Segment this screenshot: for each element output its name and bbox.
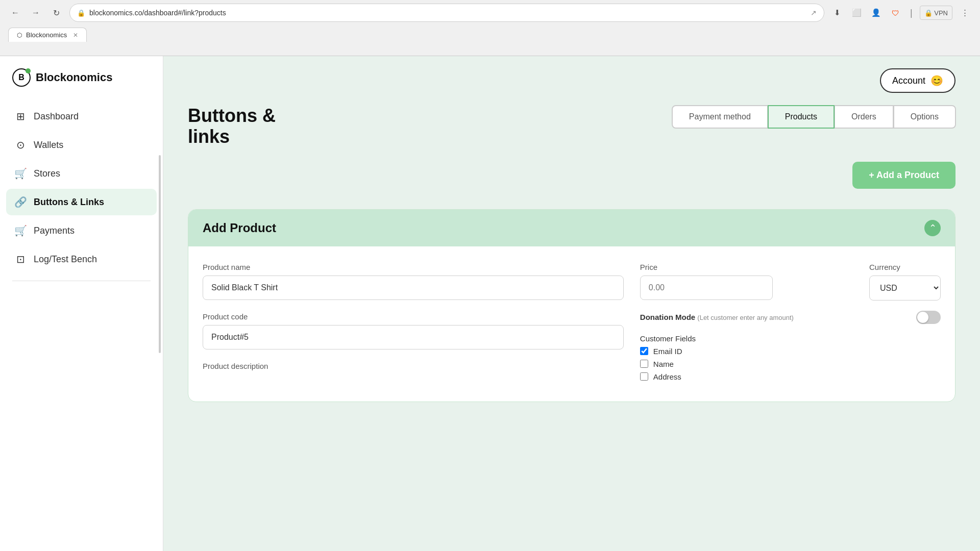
product-description-label: Product description xyxy=(203,362,624,370)
brave-icon[interactable]: 🛡 xyxy=(889,6,903,20)
donation-mode-label: Donation Mode (Let customer enter any am… xyxy=(640,313,794,321)
sidebar-divider xyxy=(12,281,151,281)
form-left-column: Product name Product code Product descri… xyxy=(203,263,624,385)
sidebar-scrollbar[interactable] xyxy=(159,155,161,353)
tab-options[interactable]: Options xyxy=(893,105,956,129)
tab-orders[interactable]: Orders xyxy=(834,105,894,129)
main-content: Account 😊 Buttons &links Payment method … xyxy=(163,56,980,551)
stores-icon: 🛒 xyxy=(14,167,27,180)
page-content: Buttons &links Payment method Products O… xyxy=(163,105,980,551)
payments-icon: 🛒 xyxy=(14,224,27,237)
app-container: B Blockonomics ⊞ Dashboard ⊙ Wallets 🛒 S… xyxy=(0,56,980,551)
sidebar: B Blockonomics ⊞ Dashboard ⊙ Wallets 🛒 S… xyxy=(0,56,163,551)
sidebar-item-label: Buttons & Links xyxy=(34,197,104,208)
tab-products[interactable]: Products xyxy=(768,105,835,129)
sidebar-logo-text: Blockonomics xyxy=(36,71,112,84)
toggle-knob xyxy=(917,312,928,323)
donation-mode-label-group: Donation Mode (Let customer enter any am… xyxy=(640,313,794,322)
logo-letter: B xyxy=(18,73,24,82)
add-product-header: Add Product ⌃ xyxy=(188,210,955,246)
sidebar-logo: B Blockonomics xyxy=(0,68,163,103)
currency-group: Currency USD EUR GBP BTC xyxy=(869,263,941,300)
account-icon: 😊 xyxy=(930,74,943,87)
tab-title: Blockonomics xyxy=(26,31,67,39)
tab-label: Payment method xyxy=(689,112,751,121)
form-right-column: Price Currency USD EUR GBP BTC xyxy=(640,263,941,385)
sidebar-item-wallets[interactable]: ⊙ Wallets xyxy=(6,132,157,158)
sidebar-item-log-test-bench[interactable]: ⊡ Log/Test Bench xyxy=(6,246,157,272)
sidebar-item-label: Stores xyxy=(34,168,60,179)
url-text: blockonomics.co/dashboard#/link?products xyxy=(89,9,226,17)
chevron-up-icon: ⌃ xyxy=(929,222,937,234)
page-title: Buttons &links xyxy=(188,105,276,147)
currency-select[interactable]: USD EUR GBP BTC xyxy=(869,276,941,300)
collapse-button[interactable]: ⌃ xyxy=(924,220,941,236)
browser-chrome: ← → ↻ 🔒 blockonomics.co/dashboard#/link?… xyxy=(0,0,980,56)
donation-mode-toggle[interactable] xyxy=(916,311,941,324)
tab-label: Products xyxy=(785,112,817,121)
currency-label: Currency xyxy=(869,263,941,271)
vpn-button[interactable]: 🔒 VPN xyxy=(920,6,952,20)
tabs-container: Payment method Products Orders Options xyxy=(672,105,955,129)
app-header: Account 😊 xyxy=(163,56,980,105)
product-code-input[interactable] xyxy=(203,325,624,349)
product-description-group: Product description xyxy=(203,362,624,370)
price-input[interactable] xyxy=(640,276,773,300)
add-product-btn-label: + Add a Product xyxy=(869,170,939,181)
sidebar-item-stores[interactable]: 🛒 Stores xyxy=(6,160,157,187)
name-checkbox[interactable] xyxy=(640,360,648,368)
browser-tab[interactable]: ⬡ Blockonomics ✕ xyxy=(8,28,87,42)
sidebar-nav: ⊞ Dashboard ⊙ Wallets 🛒 Stores 🔗 Buttons… xyxy=(0,103,163,272)
product-code-label: Product code xyxy=(203,312,624,321)
email-id-label: Email ID xyxy=(653,347,682,356)
product-name-input[interactable] xyxy=(203,276,624,300)
add-product-title: Add Product xyxy=(203,221,276,235)
logo-icon: B xyxy=(12,68,31,87)
address-bar[interactable]: 🔒 blockonomics.co/dashboard#/link?produc… xyxy=(69,4,824,22)
wallets-icon: ⊙ xyxy=(14,139,27,151)
log-icon: ⊡ xyxy=(14,253,27,265)
reload-button[interactable]: ↻ xyxy=(49,6,63,20)
donation-mode-sublabel: (Let customer enter any amount) xyxy=(697,314,794,321)
add-product-card: Add Product ⌃ Product name xyxy=(188,209,955,402)
price-label: Price xyxy=(640,263,861,271)
tab-payment-method[interactable]: Payment method xyxy=(672,105,768,129)
name-label: Name xyxy=(653,360,674,368)
extensions-icon[interactable]: ⬜ xyxy=(850,6,864,20)
page-header: Buttons &links Payment method Products O… xyxy=(188,105,955,147)
tab-label: Options xyxy=(911,112,939,121)
price-group: Price xyxy=(640,263,861,300)
account-label: Account xyxy=(892,76,925,86)
customer-fields-title: Customer Fields xyxy=(640,334,941,343)
email-id-checkbox-row: Email ID xyxy=(640,347,941,356)
customer-fields-section: Customer Fields Email ID Name xyxy=(640,334,941,385)
address-checkbox-row: Address xyxy=(640,372,941,381)
menu-icon[interactable]: ⋮ xyxy=(958,6,972,20)
account-button[interactable]: Account 😊 xyxy=(880,68,955,93)
sidebar-item-label: Wallets xyxy=(34,140,63,151)
email-id-checkbox[interactable] xyxy=(640,347,648,355)
profile-icon[interactable]: 👤 xyxy=(869,6,884,20)
product-code-group: Product code xyxy=(203,312,624,349)
download-icon[interactable]: ⬇ xyxy=(830,6,845,20)
forward-button[interactable]: → xyxy=(29,6,43,20)
sidebar-item-label: Dashboard xyxy=(34,111,79,122)
btn-row: + Add a Product xyxy=(188,162,955,201)
sidebar-item-payments[interactable]: 🛒 Payments xyxy=(6,217,157,244)
sidebar-item-dashboard[interactable]: ⊞ Dashboard xyxy=(6,103,157,130)
product-name-label: Product name xyxy=(203,263,624,271)
donation-mode-row: Donation Mode (Let customer enter any am… xyxy=(640,311,941,324)
name-checkbox-row: Name xyxy=(640,360,941,368)
sidebar-item-label: Payments xyxy=(34,226,75,236)
add-product-body: Product name Product code Product descri… xyxy=(188,246,955,402)
back-button[interactable]: ← xyxy=(8,6,22,20)
address-label: Address xyxy=(653,372,681,381)
address-checkbox[interactable] xyxy=(640,372,648,381)
sidebar-item-label: Log/Test Bench xyxy=(34,254,97,265)
tab-label: Orders xyxy=(851,112,876,121)
buttons-links-icon: 🔗 xyxy=(14,196,27,208)
add-a-product-button[interactable]: + Add a Product xyxy=(852,162,955,189)
sidebar-item-buttons-links[interactable]: 🔗 Buttons & Links xyxy=(6,189,157,215)
logo-dot xyxy=(26,68,31,73)
dashboard-icon: ⊞ xyxy=(14,110,27,122)
